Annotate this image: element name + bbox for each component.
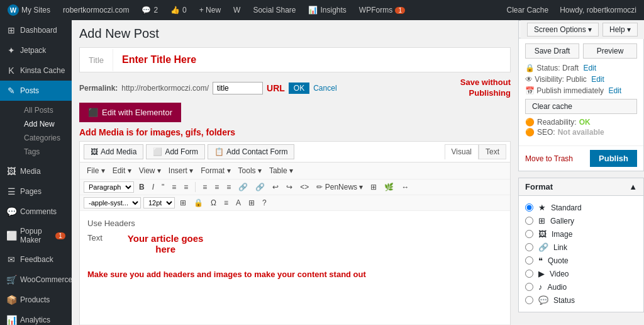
social-share[interactable]: Social Share	[250, 6, 298, 14]
indent-button[interactable]: ⊞	[177, 197, 189, 208]
format-video-radio[interactable]	[525, 270, 533, 278]
format-image-radio[interactable]	[525, 230, 533, 238]
sidebar-item-kinsta[interactable]: K Kinsta Cache	[0, 60, 72, 81]
sidebar-sub-all-posts[interactable]: All Posts	[18, 103, 72, 117]
posts-submenu: All Posts Add New Categories Tags	[0, 101, 72, 161]
redo-button[interactable]: ↪	[284, 181, 295, 193]
visual-tab[interactable]: Visual	[445, 144, 479, 159]
justify-button[interactable]: ≡	[221, 197, 231, 208]
likes-count[interactable]: 👍 0	[168, 6, 189, 14]
paragraph-select[interactable]: Paragraph Heading 1 Heading 2	[84, 181, 134, 193]
align-left[interactable]: ≡	[200, 181, 209, 193]
undo-button[interactable]: ↩	[270, 181, 281, 193]
fullscreen-button[interactable]: ↔	[399, 181, 411, 193]
wp-icon[interactable]: W	[231, 6, 243, 14]
menu-insert[interactable]: Insert ▾	[165, 165, 196, 176]
elementor-btn-label: Edit with Elementor	[102, 108, 172, 117]
help-editor-button[interactable]: ?	[260, 197, 269, 208]
menu-table[interactable]: Table ▾	[266, 165, 296, 176]
clear-cache-button[interactable]: Clear cache	[525, 99, 637, 114]
format-link-radio[interactable]	[525, 243, 533, 251]
publish-time-edit-link[interactable]: Edit	[608, 86, 621, 95]
lock-button[interactable]: 🔒	[191, 197, 206, 208]
format-audio-radio[interactable]	[525, 283, 533, 291]
popup-badge: 1	[55, 232, 65, 239]
format-gallery-radio[interactable]	[525, 217, 533, 225]
table-insert-button[interactable]: ⊞	[246, 197, 257, 208]
code-button[interactable]: <>	[297, 181, 311, 193]
preview-button[interactable]: Preview	[583, 43, 637, 59]
sidebar-item-products[interactable]: 📦 Products	[0, 290, 72, 310]
yoast-icon: 🟠	[525, 118, 535, 127]
add-media-button[interactable]: 🖼 Add Media	[84, 144, 143, 159]
text-tab[interactable]: Text	[479, 144, 506, 159]
format-box-header[interactable]: Format ▲	[519, 178, 643, 196]
menu-tools[interactable]: Tools ▾	[235, 165, 265, 176]
unlink-button[interactable]: 🔗	[253, 181, 267, 193]
sidebar-item-label: WooCommerce	[20, 275, 72, 284]
permalink-label: Permalink:	[79, 84, 118, 93]
font-size-select[interactable]: 12pt	[143, 197, 175, 208]
sidebar-item-dashboard[interactable]: ⊞ Dashboard	[0, 20, 72, 40]
add-contact-form-button[interactable]: 📋 Add Contact Form	[208, 144, 294, 159]
wpforms[interactable]: WPForms 1	[357, 6, 408, 14]
save-draft-button[interactable]: Save Draft	[525, 43, 579, 59]
howdy[interactable]: Howdy, robertkormoczi	[557, 6, 639, 14]
sidebar-sub-categories[interactable]: Categories	[18, 131, 72, 145]
status-edit-link[interactable]: Edit	[583, 64, 596, 72]
sidebar-item-jetpack[interactable]: ✦ Jetpack	[0, 40, 72, 60]
format-quote-radio[interactable]	[525, 256, 533, 265]
insights[interactable]: 📊 Insights	[306, 6, 348, 14]
italic-button[interactable]: I	[150, 181, 157, 193]
sidebar-item-media[interactable]: 🖼 Media	[0, 161, 72, 181]
format-status-radio[interactable]	[525, 296, 533, 304]
new-button[interactable]: + New	[197, 6, 223, 14]
wp-logo: W	[8, 4, 19, 16]
permalink-ok-button[interactable]: OK	[289, 83, 309, 94]
menu-format[interactable]: Format ▾	[197, 165, 233, 176]
leaf-button[interactable]: 🌿	[382, 181, 396, 193]
menu-file[interactable]: File ▾	[84, 165, 108, 176]
my-sites[interactable]: W My Sites	[5, 4, 53, 16]
ul-button[interactable]: ≡	[169, 181, 179, 193]
align-center[interactable]: ≡	[212, 181, 221, 193]
site-name[interactable]: robertkormoczi.com	[60, 6, 131, 14]
sidebar-sub-tags[interactable]: Tags	[18, 145, 72, 159]
format-standard-radio[interactable]	[525, 203, 533, 212]
align-right[interactable]: ≡	[224, 181, 233, 193]
grid-button[interactable]: ⊞	[368, 181, 379, 193]
visibility-edit-link[interactable]: Edit	[591, 75, 604, 84]
screen-options-button[interactable]: Screen Options ▾	[527, 23, 599, 37]
ol-button[interactable]: ≡	[181, 181, 191, 193]
publish-button[interactable]: Publish	[590, 150, 637, 167]
format-option-link: 🔗 Link	[525, 241, 637, 254]
menu-view[interactable]: View ▾	[136, 165, 164, 176]
menu-edit[interactable]: Edit ▾	[109, 165, 135, 176]
sub-item-label: Add New	[24, 120, 55, 128]
sidebar-sub-add-new[interactable]: Add New	[18, 117, 72, 131]
link-button[interactable]: 🔗	[236, 181, 250, 193]
sidebar-item-posts[interactable]: ✎ Posts	[0, 81, 72, 101]
comments-count[interactable]: 💬 2	[139, 6, 160, 14]
format-audio-label: Audio	[548, 283, 567, 292]
move-to-trash-button[interactable]: Move to Trash	[525, 154, 573, 163]
elementor-button[interactable]: ⬛ Edit with Elementor	[79, 103, 181, 122]
help-button[interactable]: Help ▾	[602, 23, 638, 37]
editor-body[interactable]: Use Headers Text Your article goeshere M…	[80, 211, 510, 324]
pen-news-button[interactable]: ✏ PenNews ▾	[314, 181, 365, 193]
font-family-select[interactable]: -apple-syst...	[84, 197, 141, 208]
sidebar-item-popup-maker[interactable]: ⬜ Popup Maker 1	[0, 222, 72, 249]
sidebar-item-pages[interactable]: ☰ Pages	[0, 181, 72, 202]
sidebar-item-comments[interactable]: 💬 Comments	[0, 202, 72, 222]
sidebar-item-woocommerce[interactable]: 🛒 WooCommerce	[0, 270, 72, 290]
bold-button[interactable]: B	[136, 181, 147, 193]
permalink-input[interactable]	[213, 82, 263, 94]
quote-button[interactable]: "	[159, 181, 167, 193]
permalink-cancel-link[interactable]: Cancel	[313, 84, 336, 93]
sidebar-item-feedback[interactable]: ✉ Feedback	[0, 249, 72, 270]
clear-cache-bar[interactable]: Clear Cache	[504, 6, 551, 14]
add-form-button[interactable]: ⬜ Add Form	[146, 144, 205, 159]
special-chars-button[interactable]: Ω	[208, 197, 219, 208]
sidebar-item-analytics[interactable]: 📊 Analytics	[0, 310, 72, 325]
font-color-button[interactable]: A	[233, 197, 243, 208]
